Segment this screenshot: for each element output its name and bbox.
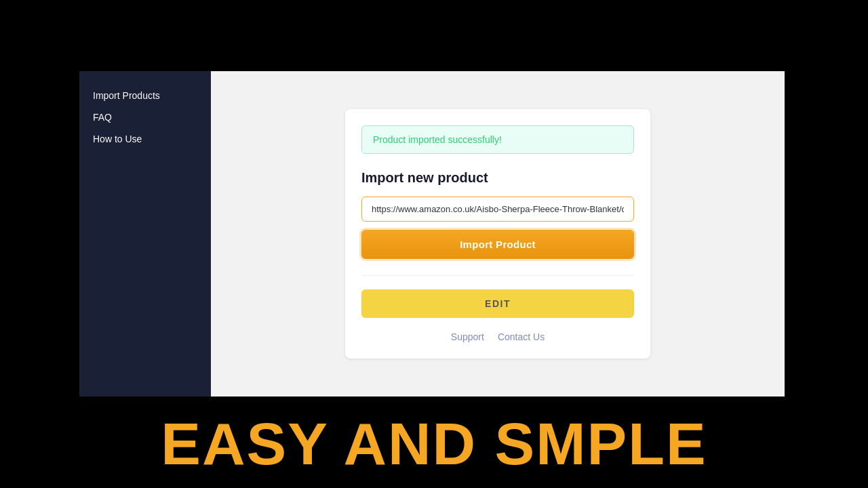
divider [361,275,634,276]
import-title: Import new product [361,170,634,186]
import-button[interactable]: Import Product [361,230,634,259]
sidebar-item-faq[interactable]: FAQ [90,106,200,128]
main-content: Product imported successfully! Import ne… [211,71,785,396]
bottom-banner: EASY AND SMPLE [0,400,868,488]
sidebar: Import Products FAQ How to Use [79,71,211,396]
contact-link[interactable]: Contact Us [498,331,545,342]
card-footer: Support Contact Us [361,331,634,342]
success-banner: Product imported successfully! [361,125,634,154]
import-section: Import new product Import Product [361,167,634,262]
success-message: Product imported successfully! [373,134,502,145]
sidebar-item-import-products[interactable]: Import Products [90,85,200,106]
import-card: Product imported successfully! Import ne… [345,109,650,359]
url-input[interactable] [361,197,634,222]
edit-button[interactable]: EDIT [361,289,634,318]
support-link[interactable]: Support [451,331,484,342]
bottom-heading: EASY AND SMPLE [161,409,707,479]
sidebar-item-how-to-use[interactable]: How to Use [90,128,200,150]
app-container: Import Products FAQ How to Use Product i… [79,71,785,396]
